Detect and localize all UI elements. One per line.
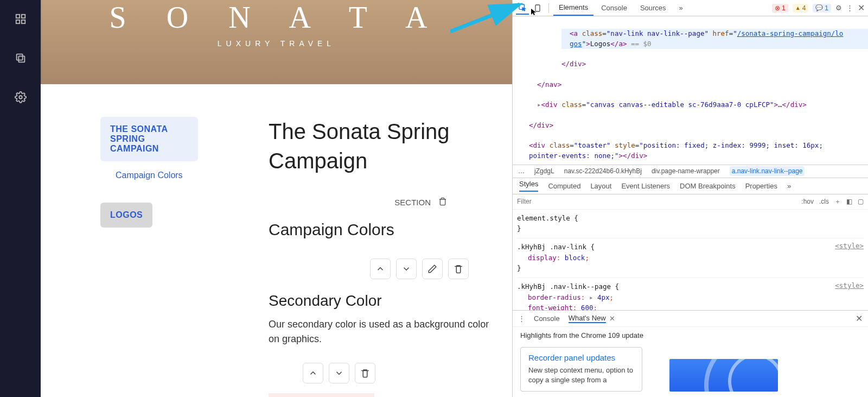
section-header: SECTION <box>269 197 490 207</box>
page-title: The Sonata Spring Campaign <box>269 117 490 175</box>
nav-page-campaign[interactable]: THE SONATA SPRING CAMPAIGN <box>100 117 198 161</box>
warning-badge[interactable]: 4 <box>793 4 809 12</box>
tab-console[interactable]: Console <box>596 1 633 15</box>
drawer-tab-whatsnew[interactable]: What's New <box>569 314 606 323</box>
drawer-menu-icon[interactable]: ⋮ <box>518 314 525 323</box>
document: The Sonata Spring Campaign SECTION Campa… <box>203 84 512 397</box>
styles-tab-props[interactable]: Properties <box>745 182 777 190</box>
drawer-tab-close-icon[interactable]: ✕ <box>609 314 615 323</box>
kebab-icon[interactable]: ⋮ <box>846 4 853 12</box>
devtools-tabbar: Elements Console Sources » 1 4 1 ⚙ ⋮ ✕ <box>513 0 868 16</box>
block-toolbar-2 <box>269 363 490 383</box>
whatsnew-art <box>669 359 778 392</box>
gear-icon[interactable]: ⚙ <box>835 4 842 12</box>
styles-tab-dom-bp[interactable]: DOM Breakpoints <box>680 182 736 190</box>
styles-filter-row: :hov .cls ＋ ◧ ▢ <box>513 194 868 210</box>
section-title: Campaign Colors <box>269 220 490 239</box>
section-label-text: SECTION <box>394 198 431 207</box>
dom-href-link[interactable]: /sonata-spring-campaign/lo <box>737 29 844 37</box>
crumb[interactable]: … <box>518 167 525 175</box>
svg-rect-3 <box>21 20 24 23</box>
breadcrumb: … jZgdgL nav.sc-222d24b6-0.kHyhBj div.pa… <box>513 165 868 178</box>
svg-rect-5 <box>16 54 22 60</box>
svg-point-6 <box>19 96 22 99</box>
devtools-drawer: ⋮ Console What's New ✕ ✕ Highlights from… <box>513 310 868 397</box>
grid-icon[interactable] <box>15 13 27 25</box>
edit-button[interactable] <box>422 259 443 279</box>
style-source[interactable]: <style> <box>835 241 864 251</box>
settings-icon[interactable] <box>15 91 27 103</box>
move-down-button[interactable] <box>396 259 417 279</box>
styles-tab-computed[interactable]: Computed <box>548 182 580 190</box>
close-icon[interactable]: ✕ <box>858 3 865 13</box>
styles-tab-listeners[interactable]: Event Listeners <box>621 182 670 190</box>
styles-tab-more[interactable]: » <box>787 182 791 190</box>
info-badge[interactable]: 1 <box>813 4 831 12</box>
cursor-icon <box>530 8 539 18</box>
delete-button[interactable] <box>448 259 469 279</box>
devtools-panel: Elements Console Sources » 1 4 1 ⚙ ⋮ ✕ <… <box>512 0 868 397</box>
styles-tab-styles[interactable]: Styles <box>519 180 538 192</box>
styles-pane[interactable]: element.style {} <style> .kHyhBj .nav-li… <box>513 210 868 311</box>
panel-icon-2[interactable]: ▢ <box>858 198 864 205</box>
svg-rect-1 <box>21 15 24 18</box>
brand-tagline: LUXURY TRAVEL <box>110 39 444 48</box>
subsection-title: Secondary Color <box>269 292 490 310</box>
move-down-button[interactable] <box>329 363 349 383</box>
color-swatch <box>269 393 374 397</box>
whatsnew-card[interactable]: Recorder panel updates New step context … <box>520 347 642 392</box>
panel-icon[interactable]: ◧ <box>846 198 852 205</box>
crumb-active[interactable]: a.nav-link.nav-link--page <box>730 166 805 176</box>
delete-button[interactable] <box>355 363 375 383</box>
main-content: S O N A T A LUXURY TRAVEL THE SONATA SPR… <box>41 0 512 397</box>
body-text: Our secondary color is used as a backgro… <box>269 317 490 346</box>
error-badge[interactable]: 1 <box>772 4 788 12</box>
svg-rect-2 <box>16 20 19 23</box>
cls-toggle[interactable]: .cls <box>819 198 829 205</box>
dom-tree[interactable]: <a class="nav-link nav-link--page" href=… <box>513 16 868 165</box>
styles-tabbar: Styles Computed Layout Event Listeners D… <box>513 178 868 194</box>
tab-more[interactable]: » <box>674 1 688 15</box>
styles-filter-input[interactable] <box>517 198 796 205</box>
crumb[interactable]: nav.sc-222d24b6-0.kHyhBj <box>564 167 642 175</box>
app-sidebar <box>0 0 41 397</box>
hov-toggle[interactable]: :hov <box>801 198 814 205</box>
card-title: Recorder panel updates <box>528 353 634 362</box>
move-up-button[interactable] <box>303 363 323 383</box>
inspect-icon[interactable] <box>516 2 529 15</box>
nav-sub-colors[interactable]: Campaign Colors <box>100 164 198 187</box>
trash-icon[interactable] <box>438 197 447 207</box>
style-source[interactable]: <style> <box>835 280 864 291</box>
nav-page-logos[interactable]: LOGOS <box>100 203 152 228</box>
whatsnew-headline: Highlights from the Chrome 109 update <box>513 327 868 342</box>
svg-rect-0 <box>16 15 19 18</box>
crumb[interactable]: div.page-name-wrapper <box>652 167 720 175</box>
brand-name: S O N A T A <box>110 0 444 35</box>
drawer-tab-console[interactable]: Console <box>534 314 560 323</box>
copy-icon[interactable] <box>15 52 27 64</box>
card-body: New step context menu, option to copy a … <box>528 366 634 385</box>
styles-tab-layout[interactable]: Layout <box>590 182 611 190</box>
block-toolbar <box>269 259 490 279</box>
svg-rect-4 <box>18 56 24 62</box>
tab-sources[interactable]: Sources <box>635 1 672 15</box>
tab-elements[interactable]: Elements <box>553 0 593 16</box>
page-nav: THE SONATA SPRING CAMPAIGN Campaign Colo… <box>41 84 203 397</box>
plus-icon[interactable]: ＋ <box>834 197 841 206</box>
drawer-close-icon[interactable]: ✕ <box>856 313 863 324</box>
hero-banner: S O N A T A LUXURY TRAVEL <box>41 0 512 84</box>
crumb[interactable]: jZgdgL <box>534 167 554 175</box>
move-up-button[interactable] <box>370 259 391 279</box>
